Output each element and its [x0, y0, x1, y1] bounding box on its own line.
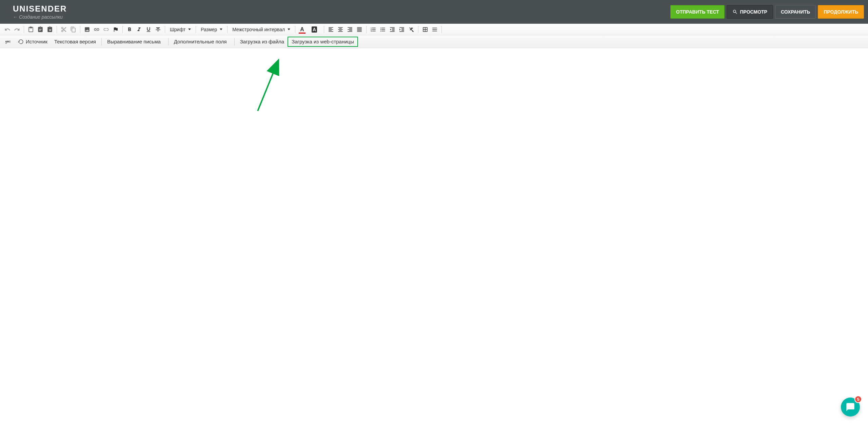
separator — [441, 26, 442, 33]
link-button[interactable] — [92, 25, 101, 34]
anchor-button[interactable] — [111, 25, 120, 34]
separator — [24, 26, 24, 33]
outdent-button[interactable] — [388, 25, 397, 34]
underline-icon — [145, 26, 152, 33]
underline-button[interactable] — [144, 25, 153, 34]
load-from-file-label: Загрузка из файла — [240, 39, 284, 44]
bg-color-a: A — [312, 26, 317, 33]
unlink-icon — [103, 26, 109, 33]
text-color-button[interactable]: A — [297, 25, 307, 34]
breadcrumb[interactable]: ← Создание рассылки — [13, 14, 67, 20]
header-actions: ОТПРАВИТЬ ТЕСТ ПРОСМОТР СОХРАНИТЬ ПРОДОЛ… — [670, 5, 864, 19]
source-button[interactable]: Источник — [14, 37, 51, 47]
letter-align-label: Выравнивание письма — [107, 39, 161, 44]
save-button[interactable]: СОХРАНИТЬ — [775, 5, 816, 19]
separator — [418, 26, 418, 33]
align-center-icon — [337, 26, 343, 33]
line-height-dropdown[interactable]: Межстрочный интервал — [230, 25, 293, 34]
load-from-web-label: Загрузка из web-страницы — [292, 39, 354, 44]
separator — [234, 38, 235, 45]
load-from-file-button[interactable]: Загрузка из файла — [237, 37, 288, 47]
italic-button[interactable] — [134, 25, 144, 34]
bold-button[interactable] — [125, 25, 134, 34]
chat-icon — [846, 402, 855, 412]
unordered-list-button[interactable] — [378, 25, 388, 34]
extra-fields-label: Дополнительные поля — [174, 39, 227, 44]
letter-align-dropdown[interactable]: Выравнивание письма — [104, 37, 166, 47]
strikethrough-button[interactable] — [153, 25, 163, 34]
chevron-down-icon — [188, 28, 191, 30]
extra-fields-dropdown[interactable]: Дополнительные поля — [171, 37, 232, 47]
preview-label: ПРОСМОТР — [740, 9, 767, 15]
font-dropdown[interactable]: Шрифт — [167, 25, 194, 34]
annotation-arrow — [0, 48, 868, 424]
spellcheck-button[interactable]: ABC — [3, 37, 12, 46]
text-color-swatch — [299, 33, 305, 34]
italic-icon — [136, 26, 142, 33]
preview-button[interactable]: ПРОСМОТР — [727, 5, 773, 19]
chat-button[interactable]: 5 — [841, 398, 860, 417]
paste-text-icon — [37, 26, 43, 33]
horizontal-rule-icon — [432, 26, 438, 33]
cut-button[interactable] — [59, 25, 68, 34]
table-button[interactable] — [420, 25, 430, 34]
separator — [227, 26, 228, 33]
align-center-button[interactable] — [336, 25, 345, 34]
align-right-button[interactable] — [345, 25, 355, 34]
remove-format-button[interactable]: x — [407, 25, 416, 34]
spellcheck-icon: ABC — [4, 39, 11, 45]
bold-icon — [126, 26, 133, 33]
table-icon — [422, 26, 428, 33]
editor-area[interactable] — [0, 48, 868, 424]
logo: UNISENDER — [13, 4, 67, 14]
separator — [168, 38, 169, 45]
align-left-button[interactable] — [326, 25, 336, 34]
align-justify-button[interactable] — [355, 25, 364, 34]
copy-icon — [70, 26, 76, 33]
chevron-down-icon — [288, 28, 290, 30]
font-label: Шрифт — [170, 27, 185, 32]
align-left-icon — [328, 26, 334, 33]
separator — [57, 26, 57, 33]
toolbar-formatting: W Шрифт Размер Межстрочный интер — [0, 24, 868, 35]
copy-button[interactable] — [68, 25, 78, 34]
send-test-button[interactable]: ОТПРАВИТЬ ТЕСТ — [670, 5, 725, 19]
separator — [165, 26, 165, 33]
unordered-list-icon — [380, 26, 386, 33]
load-from-web-button[interactable]: Загрузка из web-страницы — [288, 37, 358, 47]
paste-text-button[interactable] — [36, 25, 45, 34]
continue-button[interactable]: ПРОДОЛЖИТЬ — [818, 5, 864, 19]
size-label: Размер — [201, 27, 217, 32]
separator — [80, 26, 80, 33]
unlink-button[interactable] — [101, 25, 111, 34]
redo-button[interactable] — [12, 25, 22, 34]
flag-icon — [113, 26, 119, 33]
separator — [295, 26, 295, 33]
redo-icon — [14, 26, 20, 33]
strikethrough-icon — [155, 26, 161, 33]
indent-button[interactable] — [397, 25, 407, 34]
paste-button[interactable] — [26, 25, 36, 34]
link-icon — [94, 26, 100, 33]
outdent-icon — [389, 26, 395, 33]
toolbar-secondary: ABC Источник Текстовая версия Выравниван… — [0, 35, 868, 48]
remove-format-icon: x — [408, 26, 414, 33]
undo-button[interactable] — [3, 25, 12, 34]
chevron-down-icon — [220, 28, 222, 30]
image-icon — [84, 26, 90, 33]
image-button[interactable] — [82, 25, 92, 34]
ordered-list-icon — [370, 26, 376, 33]
source-icon — [18, 39, 24, 45]
svg-text:W: W — [49, 28, 52, 31]
separator — [122, 26, 123, 33]
header-left: UNISENDER ← Создание рассылки — [13, 4, 67, 20]
size-dropdown[interactable]: Размер — [198, 25, 225, 34]
ordered-list-button[interactable] — [369, 25, 378, 34]
text-version-button[interactable]: Текстовая версия — [51, 37, 99, 47]
bg-color-button[interactable]: A — [310, 25, 319, 34]
separator — [196, 26, 196, 33]
paste-icon — [28, 26, 34, 33]
hr-button[interactable] — [430, 25, 439, 34]
paste-word-button[interactable]: W — [45, 25, 55, 34]
paste-word-icon: W — [47, 26, 53, 33]
